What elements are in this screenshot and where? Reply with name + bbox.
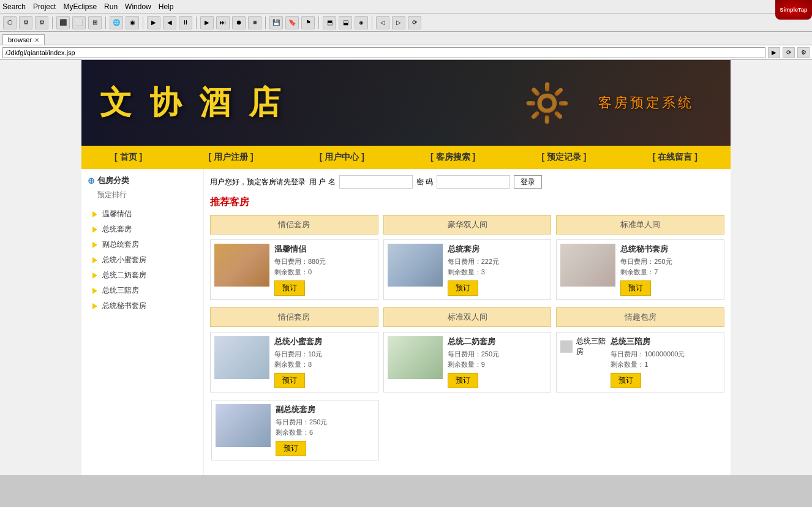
toolbar-btn-9[interactable]: ▶: [147, 16, 160, 29]
room-fee-3: 每日费用：250元: [620, 257, 720, 266]
room-card-secretary: 总统秘书套房 每日费用：250元 剩余数量：7 预订: [556, 239, 724, 300]
toolbar-btn-1[interactable]: ⬡: [3, 16, 17, 29]
category-luxury-double: 豪华双人间: [383, 215, 552, 235]
password-label: 密 码: [416, 177, 433, 187]
category-standard-double: 标准双人间: [383, 307, 552, 327]
book-btn-6[interactable]: 预订: [611, 373, 641, 388]
address-input[interactable]: [2, 47, 765, 58]
hotel-subtitle: 客房预定系统: [598, 94, 694, 112]
room-card-small: 总统小蜜套房 每日费用：10元 剩余数量：8 预订: [210, 332, 378, 392]
room-name-3: 总统秘书套房: [620, 244, 720, 255]
sidebar-item-third-room[interactable]: 总统三陪房: [88, 283, 197, 298]
toolbar-btn-18[interactable]: ⚑: [301, 16, 315, 29]
settings-btn[interactable]: ⚙: [797, 47, 810, 58]
book-btn-2[interactable]: 预订: [448, 280, 478, 296]
ide-address-bar: ▶ ⟳ ⚙: [0, 45, 812, 60]
separator-6: [318, 17, 319, 29]
refresh-btn[interactable]: ⟳: [783, 47, 795, 58]
sidebar-item-secretary[interactable]: 总统秘书套房: [88, 298, 197, 314]
nav-room-search[interactable]: [ 客房搜索 ]: [421, 147, 485, 168]
separator-2: [105, 17, 106, 29]
toolbar-btn-17[interactable]: 🔖: [285, 16, 299, 29]
login-prompt: 用户您好，预定客房请先登录: [210, 177, 306, 187]
toolbar-btn-23[interactable]: ▷: [392, 16, 405, 29]
sidebar-expand-icon[interactable]: ⊕: [88, 176, 95, 186]
sidebar-item-second-suite[interactable]: 总统二奶套房: [88, 268, 197, 283]
toolbar-btn-22[interactable]: ◁: [376, 16, 389, 29]
login-button[interactable]: 登录: [514, 175, 542, 189]
chandelier-decoration: [486, 60, 608, 146]
sidebar-item-vice-president[interactable]: 副总统套房: [88, 237, 197, 252]
book-btn-5[interactable]: 预订: [448, 373, 478, 388]
toolbar-btn-21[interactable]: ◈: [355, 16, 368, 29]
room-info-fute: 副总统套房 每日费用：250元 剩余数量：6 预订: [276, 404, 375, 456]
room-remaining-3: 剩余数量：7: [620, 268, 720, 277]
ide-tab-bar: browser ✕: [0, 32, 812, 45]
toolbar-btn-5[interactable]: ⬜: [72, 16, 86, 29]
room-remaining-4: 剩余数量：8: [274, 360, 374, 369]
toolbar-btn-11[interactable]: ⏸: [179, 16, 192, 29]
separator-5: [265, 17, 266, 29]
toolbar-btn-2[interactable]: ⚙: [19, 16, 32, 29]
book-btn-3[interactable]: 预订: [620, 280, 651, 296]
menu-myeclipse[interactable]: MyEclipse: [63, 2, 97, 11]
room-fee-4: 每日费用：10元: [274, 350, 374, 359]
toolbar-btn-16[interactable]: 💾: [269, 16, 283, 29]
nav-booking-record[interactable]: [ 预定记录 ]: [532, 147, 596, 168]
navigate-btn[interactable]: ▶: [768, 47, 780, 58]
sidebar-label-6: 总统三陪房: [102, 285, 139, 296]
sidebar-bullet-4: [92, 257, 97, 263]
sidebar-item-warm[interactable]: 温馨情侣: [88, 206, 197, 222]
menu-project[interactable]: Project: [33, 2, 56, 11]
book-btn-7[interactable]: 预订: [276, 441, 306, 456]
book-btn-4[interactable]: 预订: [274, 373, 305, 388]
toolbar-btn-20[interactable]: ⬓: [339, 16, 352, 29]
room-fee-5: 每日费用：250元: [448, 350, 547, 359]
toolbar-btn-19[interactable]: ⬒: [323, 16, 336, 29]
room-name-2: 总统套房: [448, 244, 547, 255]
room-fee-1: 每日费用：880元: [274, 257, 374, 266]
room-fee-2: 每日费用：222元: [448, 257, 547, 266]
login-bar: 用户您好，预定客房请先登录 用 户 名 密 码 登录: [210, 175, 724, 189]
toolbar-btn-4[interactable]: ⬛: [56, 16, 70, 29]
toolbar-btn-24[interactable]: ⟳: [408, 16, 421, 29]
toolbar-btn-13[interactable]: ⏭: [216, 16, 230, 29]
username-input[interactable]: [339, 175, 413, 189]
toolbar-btn-6[interactable]: ⊞: [88, 16, 102, 29]
room-info-small: 总统小蜜套房 每日费用：10元 剩余数量：8 预订: [274, 336, 374, 388]
toolbar-btn-15[interactable]: ◾: [248, 16, 261, 29]
sidebar-bullet-6: [92, 288, 97, 294]
toolbar-btn-14[interactable]: ⏺: [232, 16, 246, 29]
nav-home[interactable]: [ 首页 ]: [105, 147, 152, 168]
toolbar-btn-3[interactable]: ⚙: [35, 16, 48, 29]
toolbar-btn-7[interactable]: 🌐: [110, 16, 123, 29]
menu-window[interactable]: Window: [125, 2, 151, 11]
nav-register[interactable]: [ 用户注册 ]: [198, 147, 263, 168]
room-card-third: 总统三陪房 总统三陪房 每日费用：100000000元 剩余数量：1 预订: [556, 332, 724, 392]
toolbar-btn-8[interactable]: ◉: [126, 16, 139, 29]
hotel-title: 文 协 酒 店: [81, 81, 285, 124]
room-cards-row1: 温馨情侣 每日费用：880元 剩余数量：0 预订 总统套房 每日费用：222元 …: [210, 239, 724, 300]
sidebar-label-4: 总统小蜜套房: [102, 255, 146, 265]
sidebar-label-5: 总统二奶套房: [102, 270, 146, 280]
room-info-milk: 总统二奶套房 每日费用：250元 剩余数量：9 预订: [448, 336, 547, 388]
sidebar-item-small-suite[interactable]: 总统小蜜套房: [88, 252, 197, 268]
room-thumb-small: [214, 336, 269, 379]
close-tab-icon[interactable]: ✕: [34, 37, 39, 43]
password-input[interactable]: [437, 175, 510, 189]
book-btn-1[interactable]: 预订: [274, 280, 305, 296]
toolbar-btn-10[interactable]: ◀: [163, 16, 176, 29]
sidebar-bullet-3: [92, 242, 97, 248]
sidebar-bullet-7: [92, 303, 97, 309]
menu-help[interactable]: Help: [159, 2, 174, 11]
nav-message[interactable]: [ 在线留言 ]: [643, 147, 707, 168]
room-name-5: 总统二奶套房: [448, 336, 547, 347]
sidebar-label-2: 总统套房: [102, 224, 132, 235]
browser-tab[interactable]: browser ✕: [2, 34, 45, 45]
sidebar-item-president[interactable]: 总统套房: [88, 222, 197, 237]
username-label: 用 户 名: [309, 177, 336, 187]
menu-search[interactable]: Search: [2, 2, 26, 11]
menu-run[interactable]: Run: [104, 2, 118, 11]
toolbar-btn-12[interactable]: ▶: [200, 16, 214, 29]
nav-user-center[interactable]: [ 用户中心 ]: [310, 147, 374, 168]
